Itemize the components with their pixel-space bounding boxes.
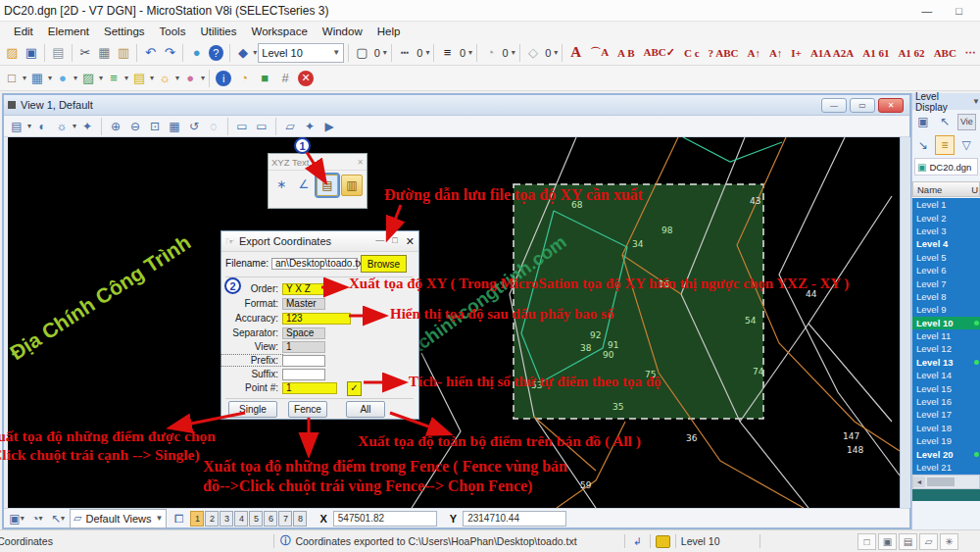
menu-item-utilities[interactable]: Utilities: [200, 25, 236, 37]
disable-icon[interactable]: ✕: [298, 71, 314, 86]
snap-mode-icon[interactable]: ↲: [624, 530, 649, 552]
view-toggle-5[interactable]: 5: [249, 511, 263, 527]
text-tool-6[interactable]: A↑: [743, 47, 763, 59]
text-tool-7[interactable]: A↑: [765, 47, 786, 59]
text-tool-10[interactable]: A1 61: [858, 47, 893, 59]
navigate-icon[interactable]: ▶: [320, 118, 338, 135]
help-icon[interactable]: ?: [209, 45, 223, 61]
chevron-down-icon[interactable]: ▾: [23, 74, 26, 82]
undo-icon[interactable]: ↶: [141, 43, 160, 63]
suffix-field[interactable]: [282, 369, 325, 380]
view-background-icon[interactable]: ◐: [33, 118, 51, 135]
label-coordinates-icon[interactable]: ∗: [271, 175, 291, 194]
print-icon[interactable]: ▤: [49, 43, 68, 63]
view-toggle-7[interactable]: 7: [278, 511, 292, 527]
view-toggle-6[interactable]: 6: [264, 511, 277, 527]
status-tray-icon-2[interactable]: ▤: [899, 533, 917, 550]
view-toggle-2[interactable]: 2: [205, 511, 219, 527]
menu-item-edit[interactable]: Edit: [14, 25, 33, 37]
text-tool-11[interactable]: A1 62: [894, 47, 928, 59]
priority-combo-value[interactable]: 0: [545, 47, 551, 59]
color-combo-icon[interactable]: ▢: [353, 43, 371, 63]
chevron-down-icon[interactable]: ▾: [468, 48, 472, 57]
single-button[interactable]: Single: [228, 401, 277, 418]
chevron-down-icon[interactable]: ▾: [124, 74, 128, 82]
browse-button[interactable]: Browse: [361, 255, 407, 273]
status-tray-icon-3[interactable]: ▱: [919, 533, 938, 550]
level-row[interactable]: Level 16: [912, 395, 980, 408]
color-combo-value[interactable]: 0: [374, 47, 380, 59]
dgn-file-item[interactable]: ▣ DC20.dgn: [914, 158, 978, 176]
level-row[interactable]: Level 20: [912, 447, 980, 460]
level-list-icon[interactable]: ≡: [936, 136, 954, 154]
manage-view-groups-icon[interactable]: ⧠: [170, 510, 187, 527]
view-minimize-button[interactable]: —: [821, 98, 847, 113]
rotate-view-icon[interactable]: ↺: [185, 118, 203, 135]
level-row[interactable]: Level 14: [912, 369, 980, 381]
view-next-icon[interactable]: ▭: [253, 118, 270, 135]
format-field[interactable]: Master: [282, 298, 325, 310]
chevron-down-icon[interactable]: ▼: [972, 97, 980, 106]
back-view-icon[interactable]: ◔▾: [28, 510, 46, 527]
view-groups-icon[interactable]: ▣▾: [8, 510, 25, 527]
new-file-icon[interactable]: □: [2, 69, 22, 88]
raster-icon[interactable]: ▨: [78, 69, 98, 88]
redo-icon[interactable]: ↷: [161, 43, 179, 63]
chevron-down-icon[interactable]: ▾: [99, 74, 103, 82]
chevron-down-icon[interactable]: ▾: [512, 48, 515, 57]
level-row[interactable]: Level 19: [912, 434, 980, 447]
order-field[interactable]: Y X Z: [282, 283, 325, 295]
xyz-close-icon[interactable]: ✕: [357, 158, 364, 167]
dialog-close-button[interactable]: ✕: [406, 235, 415, 248]
chevron-down-icon[interactable]: ▾: [383, 48, 387, 57]
view-toggle-3[interactable]: 3: [220, 511, 233, 527]
level-row[interactable]: Level 12: [912, 342, 980, 355]
chevron-down-icon[interactable]: ▾: [150, 74, 154, 82]
style-combo-value[interactable]: 0: [416, 47, 422, 59]
walk-icon[interactable]: ✦: [301, 118, 318, 135]
chevron-down-icon[interactable]: ▾: [175, 74, 179, 82]
view-field[interactable]: 1: [282, 341, 325, 353]
level-list-scrollbar[interactable]: ◄: [912, 475, 980, 489]
level-row[interactable]: Level 7: [912, 276, 980, 289]
info-icon[interactable]: i: [216, 71, 231, 86]
text-tool-5[interactable]: ? ABC: [705, 47, 743, 59]
active-level-status[interactable]: Level 10: [676, 530, 760, 552]
minimize-button[interactable]: —: [921, 5, 932, 17]
level-row[interactable]: Level 13: [912, 356, 980, 369]
apply-to-view-icon[interactable]: ↖: [936, 113, 954, 130]
level-row[interactable]: Level 4: [912, 237, 980, 250]
accuracy-field[interactable]: 123: [282, 313, 351, 325]
label-element-icon[interactable]: ∠: [294, 175, 314, 194]
view-display-button[interactable]: Vie: [957, 114, 976, 130]
scroll-left-icon[interactable]: ◄: [913, 477, 925, 487]
chevron-down-icon[interactable]: ▾: [201, 74, 205, 82]
maximize-button[interactable]: □: [956, 5, 962, 17]
text-tool-13[interactable]: ⋯: [961, 46, 980, 59]
view-toggle-8[interactable]: 8: [293, 511, 307, 527]
chevron-down-icon[interactable]: ▾: [48, 74, 52, 82]
transparency-combo-value[interactable]: 0: [503, 47, 509, 59]
element-info-icon[interactable]: ◔: [234, 69, 254, 88]
copy-icon[interactable]: ▦: [95, 43, 114, 63]
point-field[interactable]: 1: [282, 382, 337, 394]
status-tray-icon-0[interactable]: □: [858, 533, 876, 550]
weight-combo-icon[interactable]: ≡: [438, 43, 457, 63]
models-icon[interactable]: ▦: [27, 69, 47, 88]
chevron-down-icon[interactable]: ▾: [74, 74, 77, 82]
level-list-header[interactable]: Name U: [912, 181, 980, 197]
pan-view-icon[interactable]: ◌: [205, 118, 222, 135]
cell-icon[interactable]: ■: [255, 69, 274, 88]
locks-icon[interactable]: [656, 535, 670, 548]
point-checkbox[interactable]: ✓: [347, 381, 362, 396]
import-coordinates-icon[interactable]: ▥: [341, 175, 363, 196]
forward-view-icon[interactable]: ↖▾: [49, 510, 67, 527]
references-icon[interactable]: ●: [53, 69, 73, 88]
level-row[interactable]: Level 8: [912, 290, 980, 303]
text-tool-8[interactable]: I+: [787, 47, 806, 59]
transparency-combo-icon[interactable]: ◔: [481, 43, 500, 63]
levels-pointer-icon[interactable]: ↘: [914, 136, 932, 154]
menu-item-element[interactable]: Element: [48, 25, 89, 37]
dialog-minimize-button[interactable]: —: [375, 235, 384, 248]
status-tray-icon-4[interactable]: ✳: [940, 533, 958, 550]
